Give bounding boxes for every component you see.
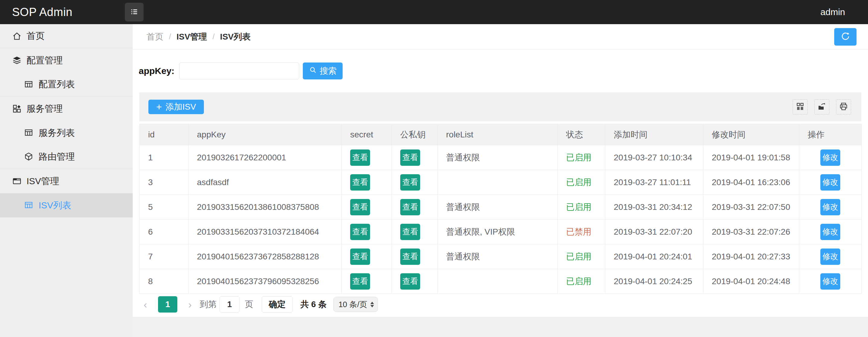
breadcrumb-separator: / xyxy=(212,32,214,41)
sidebar-item-config-mgmt[interactable]: 配置管理 xyxy=(0,48,133,73)
print-icon xyxy=(839,102,848,112)
page-unit-label: 页 xyxy=(245,299,253,310)
add-isv-button[interactable]: + 添加ISV xyxy=(148,100,204,114)
sidebar-toggle-button[interactable] xyxy=(125,3,144,22)
table-row: 6 20190331562037310372184064 查看 查看 普通权限,… xyxy=(140,220,862,244)
view-keypair-button[interactable]: 查看 xyxy=(400,199,420,215)
search-icon xyxy=(309,66,317,76)
breadcrumb-item-isv-mgmt[interactable]: ISV管理 xyxy=(177,31,207,43)
sidebar: 首页 配置管理 配置列表 服务管理 服务列表 路由管理 ISV管理 xyxy=(0,24,133,337)
table-body: 1 2019032617262200001 查看 查看 普通权限 已启用 201… xyxy=(140,145,862,294)
status-text: 已启用 xyxy=(566,202,591,212)
sidebar-item-label: ISV列表 xyxy=(39,199,71,212)
view-keypair-button[interactable]: 查看 xyxy=(400,249,420,265)
export-button[interactable] xyxy=(814,100,829,114)
cell-rolelist xyxy=(438,269,558,294)
sidebar-item-label: 配置管理 xyxy=(27,54,63,67)
cell-updated: 2019-03-31 22:07:26 xyxy=(703,220,799,244)
status-text: 已启用 xyxy=(566,177,591,187)
col-header-rolelist: roleList xyxy=(438,124,558,145)
total-count-label: 共 6 条 xyxy=(300,299,327,310)
search-button[interactable]: 搜索 xyxy=(303,62,343,79)
view-secret-button[interactable]: 查看 xyxy=(350,149,370,166)
next-page-button[interactable]: › xyxy=(186,299,194,310)
breadcrumb-item-isv-list: ISV列表 xyxy=(220,31,251,43)
breadcrumb: 首页 / ISV管理 / ISV列表 xyxy=(133,24,868,50)
view-secret-button[interactable]: 查看 xyxy=(350,273,370,289)
breadcrumb-item-home[interactable]: 首页 xyxy=(147,31,163,43)
breadcrumb-separator: / xyxy=(169,32,171,41)
select-caret-icon xyxy=(370,302,374,307)
col-header-appkey: appKey xyxy=(188,124,342,145)
refresh-button[interactable] xyxy=(834,28,857,46)
cube-icon xyxy=(24,152,34,162)
view-keypair-button[interactable]: 查看 xyxy=(400,174,420,191)
refresh-icon xyxy=(840,31,850,42)
edit-button[interactable]: 修改 xyxy=(820,149,840,166)
window-icon xyxy=(12,176,22,186)
view-keypair-button[interactable]: 查看 xyxy=(400,149,420,166)
view-secret-button[interactable]: 查看 xyxy=(350,249,370,265)
table-row: 7 20190401562373672858288128 查看 查看 普通权限 … xyxy=(140,244,862,269)
col-header-created: 添加时间 xyxy=(605,124,703,145)
table-icon xyxy=(24,128,34,138)
edit-button[interactable]: 修改 xyxy=(820,249,840,265)
table-icon xyxy=(24,80,34,89)
status-text: 已启用 xyxy=(566,277,591,286)
sidebar-item-label: 路由管理 xyxy=(39,151,75,163)
cell-appkey: 20190331562013861008375808 xyxy=(188,195,342,220)
add-isv-label: 添加ISV xyxy=(165,101,196,113)
search-form: appKey: 搜索 xyxy=(133,50,868,92)
view-keypair-button[interactable]: 查看 xyxy=(400,224,420,240)
sidebar-item-route-mgmt[interactable]: 路由管理 xyxy=(0,145,133,169)
components-icon xyxy=(12,104,22,114)
table-header-row: id appKey secret 公私钥 roleList 状态 添加时间 修改… xyxy=(140,124,862,145)
view-secret-button[interactable]: 查看 xyxy=(350,174,370,191)
cell-id: 8 xyxy=(140,269,188,294)
prev-page-button[interactable]: ‹ xyxy=(142,299,149,310)
cell-rolelist: 普通权限 xyxy=(438,244,558,269)
edit-button[interactable]: 修改 xyxy=(820,199,840,215)
sidebar-item-isv-mgmt[interactable]: ISV管理 xyxy=(0,169,133,193)
cell-created: 2019-04-01 20:24:01 xyxy=(605,244,703,269)
isv-table: id appKey secret 公私钥 roleList 状态 添加时间 修改… xyxy=(140,124,861,294)
export-icon xyxy=(817,102,826,112)
table-toolbar: + 添加ISV xyxy=(140,92,861,121)
sidebar-item-home[interactable]: 首页 xyxy=(0,24,133,48)
sidebar-item-config-list[interactable]: 配置列表 xyxy=(0,73,133,96)
view-secret-button[interactable]: 查看 xyxy=(350,224,370,240)
sidebar-item-label: 服务管理 xyxy=(27,103,63,115)
goto-label: 到第 xyxy=(200,299,217,310)
view-secret-button[interactable]: 查看 xyxy=(350,199,370,215)
edit-button[interactable]: 修改 xyxy=(820,174,840,191)
cell-rolelist: 普通权限, VIP权限 xyxy=(438,220,558,244)
sidebar-item-service-mgmt[interactable]: 服务管理 xyxy=(0,96,133,121)
page-size-value: 10 条/页 xyxy=(338,299,367,310)
cell-rolelist: 普通权限 xyxy=(438,145,558,170)
main-panel: appKey: 搜索 + 添加ISV xyxy=(133,50,868,317)
column-settings-button[interactable] xyxy=(793,100,808,114)
cell-id: 7 xyxy=(140,244,188,269)
confirm-page-button[interactable]: 确定 xyxy=(262,296,292,312)
col-header-actions: 操作 xyxy=(799,124,862,145)
current-page-button[interactable]: 1 xyxy=(158,296,177,312)
table-row: 8 20190401562373796095328256 查看 查看 已启用 2… xyxy=(140,269,862,294)
table-row: 1 2019032617262200001 查看 查看 普通权限 已启用 201… xyxy=(140,145,862,170)
page-size-select[interactable]: 10 条/页 xyxy=(333,297,378,312)
sidebar-item-label: 配置列表 xyxy=(39,78,75,91)
page-number-input[interactable] xyxy=(220,296,240,312)
col-header-keypair: 公私钥 xyxy=(392,124,438,145)
edit-button[interactable]: 修改 xyxy=(820,273,840,289)
view-keypair-button[interactable]: 查看 xyxy=(400,273,420,289)
col-header-id: id xyxy=(140,124,188,145)
sidebar-item-isv-list[interactable]: ISV列表 xyxy=(0,193,133,218)
search-label: appKey: xyxy=(139,66,174,76)
sidebar-item-service-list[interactable]: 服务列表 xyxy=(0,121,133,145)
cell-id: 3 xyxy=(140,170,188,195)
edit-button[interactable]: 修改 xyxy=(820,224,840,240)
col-header-status: 状态 xyxy=(558,124,605,145)
appkey-search-input[interactable] xyxy=(179,62,299,79)
current-user[interactable]: admin xyxy=(820,7,845,17)
cell-updated: 2019-04-01 20:27:33 xyxy=(703,244,799,269)
print-button[interactable] xyxy=(836,100,851,114)
